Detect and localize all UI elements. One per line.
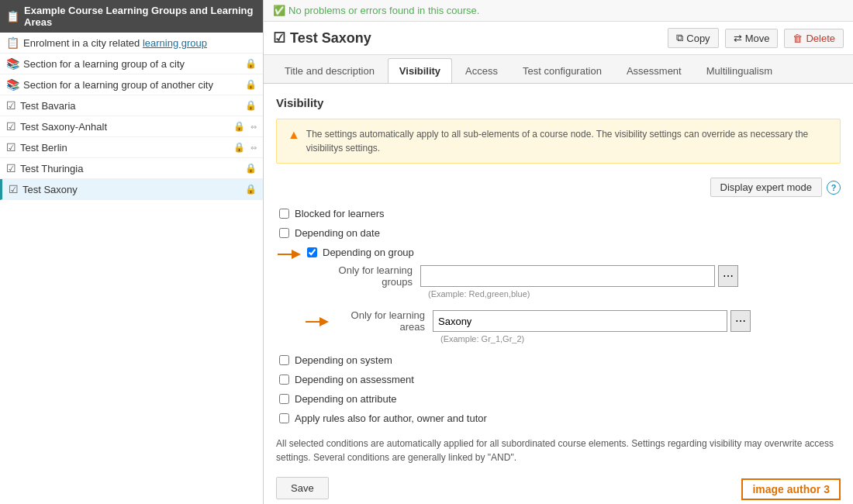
- sidebar-item-section-another[interactable]: 📚 Section for a learning group of anothe…: [0, 74, 263, 95]
- learning-groups-picker-button[interactable]: ⋯: [718, 265, 738, 287]
- tab-title-description[interactable]: Title and description: [273, 58, 386, 83]
- move-icon: ⇄: [734, 33, 742, 44]
- system-label: Depending on system: [295, 354, 392, 366]
- tab-label: Test configuration: [523, 65, 602, 77]
- move-button[interactable]: ⇄ Move: [725, 29, 779, 48]
- attribute-label: Depending on attribute: [295, 393, 397, 405]
- warning-text: The settings automatically apply to all …: [306, 127, 829, 155]
- learning-areas-section: Only for learning areas ⋯ (Example: Gr_1…: [304, 309, 841, 343]
- footer-row: Save image author 3: [276, 475, 841, 500]
- expert-mode-button[interactable]: Display expert mode: [710, 178, 823, 197]
- sidebar-item-label: Test Saxony-Anhalt: [20, 121, 230, 133]
- sidebar-item-label: Section for a learning group of a city: [23, 58, 241, 70]
- checkbox-icon: ☑: [6, 162, 16, 174]
- lock-icon: 🔒: [245, 58, 257, 69]
- sidebar-item-test-saxony[interactable]: ☑ Test Saxony 🔒: [0, 179, 263, 200]
- sidebar-title-label: Example Course Learning Groups and Learn…: [24, 5, 257, 28]
- learning-groups-hint: (Example: Red,green,blue): [428, 289, 841, 299]
- lock-icon: 🔒: [245, 163, 257, 174]
- copy-label: Copy: [686, 33, 710, 44]
- expert-mode-row: Display expert mode ?: [276, 178, 841, 197]
- assessment-label: Depending on assessment: [295, 374, 414, 385]
- tab-multilingualism[interactable]: Multilingualism: [695, 58, 784, 83]
- warning-icon: ▲: [288, 128, 300, 142]
- delete-button[interactable]: 🗑 Delete: [784, 29, 844, 48]
- save-button[interactable]: Save: [276, 477, 329, 499]
- visibility-content: Visibility ▲ The settings automatically …: [264, 84, 853, 504]
- main-content: ✅ No problems or errors found in this co…: [264, 0, 853, 504]
- sidebar-item-test-thuringia[interactable]: ☑ Test Thuringia 🔒: [0, 158, 263, 179]
- rules-label: Apply rules also for author, owner and t…: [295, 413, 487, 424]
- help-icon[interactable]: ?: [827, 181, 841, 195]
- sidebar-item-section-city[interactable]: 📚 Section for a learning group of a city…: [0, 54, 263, 74]
- attribute-row: Depending on attribute: [276, 393, 841, 405]
- sidebar: 📋 Example Course Learning Groups and Lea…: [0, 0, 264, 504]
- rules-row: Apply rules also for author, owner and t…: [276, 413, 841, 424]
- tab-label: Visibility: [399, 65, 440, 77]
- tab-visibility[interactable]: Visibility: [388, 58, 452, 83]
- sidebar-item-enrolment[interactable]: 📋 Enrolment in a city related learning g…: [0, 33, 263, 54]
- tab-label: Assessment: [627, 65, 682, 77]
- group-row: Depending on group: [304, 247, 841, 258]
- system-checkbox[interactable]: [279, 355, 289, 365]
- page-header: ☑ Test Saxony ⧉ Copy ⇄ Move 🗑 Delete: [264, 22, 853, 55]
- arrow-icon: [276, 248, 304, 261]
- learning-groups-label: Only for learning groups: [319, 264, 420, 288]
- sidebar-item-label: Section for a learning group of another …: [23, 79, 241, 91]
- learning-areas-hint: (Example: Gr_1,Gr_2): [440, 334, 841, 343]
- copy-icon: ⧉: [676, 32, 683, 44]
- learning-areas-input[interactable]: [433, 310, 727, 332]
- drag-handle[interactable]: ⇔: [250, 143, 257, 152]
- copy-button[interactable]: ⧉ Copy: [668, 28, 718, 48]
- learning-areas-label: Only for learning areas: [332, 309, 433, 333]
- tabs: Title and description Visibility Access …: [264, 55, 853, 84]
- section-title: Visibility: [276, 96, 841, 109]
- learning-groups-input[interactable]: [420, 265, 715, 287]
- expert-mode-label: Display expert mode: [720, 181, 813, 193]
- delete-icon: 🗑: [793, 33, 803, 44]
- date-row: Depending on date: [276, 227, 841, 239]
- page-title: ☑ Test Saxony: [273, 29, 668, 47]
- learning-areas-picker-button[interactable]: ⋯: [730, 310, 751, 332]
- section-icon: 📚: [6, 78, 19, 91]
- image-author-badge: image author 3: [741, 478, 841, 500]
- move-label: Move: [745, 33, 770, 44]
- learning-groups-input-row: Only for learning groups ⋯: [319, 264, 841, 288]
- tab-assessment[interactable]: Assessment: [615, 58, 693, 83]
- attribute-checkbox[interactable]: [279, 394, 289, 404]
- blocked-checkbox[interactable]: [279, 209, 289, 219]
- sidebar-item-label: Test Saxony: [22, 184, 241, 195]
- assessment-checkbox[interactable]: [279, 375, 289, 385]
- date-label: Depending on date: [295, 227, 380, 239]
- rules-checkbox[interactable]: [279, 413, 289, 423]
- tab-label: Access: [465, 65, 498, 77]
- learning-areas-input-group: Only for learning areas ⋯ (Example: Gr_1…: [332, 309, 841, 343]
- drag-handle[interactable]: ⇔: [250, 123, 257, 131]
- delete-label: Delete: [806, 33, 835, 44]
- lock-icon: 🔒: [245, 184, 257, 195]
- group-checkbox[interactable]: [307, 247, 317, 257]
- assessment-row: Depending on assessment: [276, 374, 841, 385]
- section-icon: 📚: [6, 57, 19, 70]
- blocked-label: Blocked for learners: [295, 208, 385, 219]
- sidebar-item-test-bavaria[interactable]: ☑ Test Bavaria 🔒: [0, 95, 263, 116]
- info-text: All selected conditions are automaticall…: [276, 437, 841, 464]
- status-text: No problems or errors found in this cour…: [288, 5, 479, 16]
- tab-access[interactable]: Access: [454, 58, 509, 83]
- sidebar-item-test-berlin[interactable]: ☑ Test Berlin 🔒 ⇔: [0, 137, 263, 158]
- bottom-checkboxes: Depending on system Depending on assessm…: [276, 354, 841, 424]
- checkmark-icon: ✅: [273, 5, 285, 16]
- sidebar-item-label: Test Berlin: [20, 142, 230, 154]
- checkbox-icon: ☑: [6, 99, 16, 112]
- lock-icon: 🔒: [245, 79, 257, 90]
- date-checkbox[interactable]: [279, 228, 289, 238]
- tab-label: Title and description: [285, 65, 375, 77]
- title-text: Test Saxony: [290, 30, 371, 47]
- sidebar-item-label: Test Bavaria: [20, 100, 241, 112]
- blocked-row: Blocked for learners: [276, 208, 841, 219]
- warning-box: ▲ The settings automatically apply to al…: [276, 119, 841, 164]
- tab-test-configuration[interactable]: Test configuration: [511, 58, 613, 83]
- status-bar: ✅ No problems or errors found in this co…: [264, 0, 853, 22]
- sidebar-item-test-saxony-anhalt[interactable]: ☑ Test Saxony-Anhalt 🔒 ⇔: [0, 116, 263, 137]
- sidebar-title: 📋 Example Course Learning Groups and Lea…: [0, 0, 263, 33]
